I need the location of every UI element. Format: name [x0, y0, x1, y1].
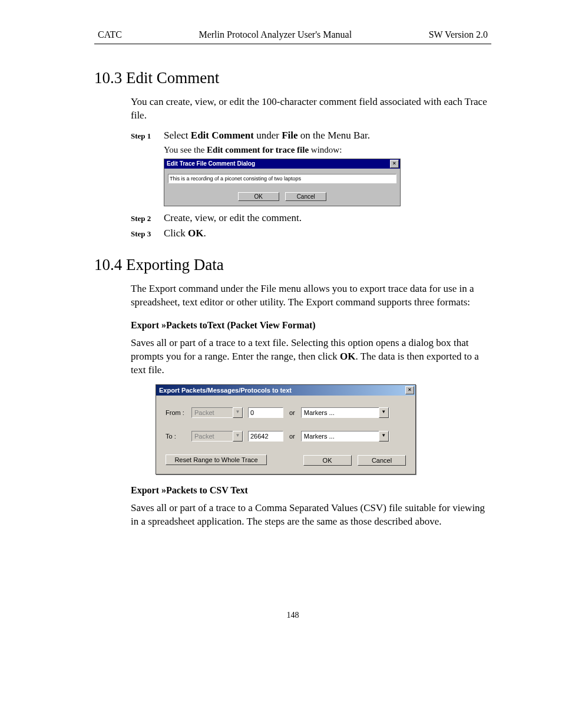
sec103-intro: You can create, view, or edit the 100-ch…	[131, 95, 491, 123]
or-label: or	[289, 433, 295, 440]
from-row: From : Packet ▼ or Markers ... ▼	[166, 407, 406, 418]
step-2-text: Create, view, or edit the comment.	[164, 212, 302, 224]
chevron-down-icon: ▼	[379, 407, 389, 418]
to-markers-combo[interactable]: Markers ... ▼	[301, 431, 389, 442]
cancel-button[interactable]: Cancel	[358, 455, 406, 466]
step-2-label: Step 2	[131, 214, 164, 223]
chevron-down-icon: ▼	[233, 407, 243, 418]
to-type-combo[interactable]: Packet ▼	[191, 431, 243, 442]
dialog-titlebar: Edit Trace File Comment Dialog ×	[164, 159, 400, 169]
header-right: SW Version 2.0	[429, 29, 488, 40]
header-center: Merlin Protocol Analyzer User's Manual	[199, 29, 352, 40]
ok-button[interactable]: OK	[238, 192, 279, 201]
step-1-label: Step 1	[131, 131, 164, 141]
step-3-label: Step 3	[131, 229, 164, 239]
export-text-paragraph: Saves all or part of a trace to a text f…	[131, 337, 491, 377]
dialog-title: Export Packets/Messages/Protocols to tex…	[159, 387, 292, 394]
dialog-title: Edit Trace File Comment Dialog	[167, 160, 255, 167]
page-header: CATC Merlin Protocol Analyzer User's Man…	[94, 29, 491, 44]
export-csv-subhead: Export »Packets to CSV Text	[131, 485, 491, 496]
chevron-down-icon: ▼	[379, 431, 389, 442]
header-left: CATC	[98, 29, 122, 40]
close-icon[interactable]: ×	[390, 160, 399, 168]
or-label: or	[289, 409, 295, 416]
from-label: From :	[166, 409, 191, 416]
dialog-titlebar: Export Packets/Messages/Protocols to tex…	[156, 385, 415, 396]
step-3: Step 3 Click OK.	[131, 228, 491, 239]
step-1-text: Select Edit Comment under File on the Me…	[164, 130, 370, 141]
from-type-combo[interactable]: Packet ▼	[191, 407, 243, 418]
to-row: To : Packet ▼ or Markers ... ▼	[166, 431, 406, 442]
to-label: To :	[166, 433, 191, 440]
export-csv-paragraph: Saves all or part of a trace to a Comma …	[131, 502, 491, 529]
sec104-intro: The Export command under the File menu a…	[131, 282, 491, 309]
step-2: Step 2 Create, view, or edit the comment…	[131, 212, 491, 224]
export-text-subhead: Export »Packets toText (Packet View Form…	[131, 320, 491, 331]
close-icon[interactable]: ×	[405, 386, 414, 394]
section-10-3-heading: 10.3 Edit Comment	[94, 69, 491, 87]
from-markers-combo[interactable]: Markers ... ▼	[301, 407, 389, 418]
reset-range-button[interactable]: Reset Range to Whole Trace	[166, 454, 267, 465]
page-number: 148	[94, 611, 491, 620]
from-value-input[interactable]	[248, 407, 283, 418]
chevron-down-icon: ▼	[233, 431, 243, 442]
section-10-4-heading: 10.4 Exporting Data	[94, 256, 491, 274]
step-1: Step 1 Select Edit Comment under File on…	[131, 130, 491, 141]
step-1-subtext: You see the Edit comment for trace file …	[164, 145, 491, 155]
export-packets-dialog: Export Packets/Messages/Protocols to tex…	[156, 384, 416, 475]
to-value-input[interactable]	[248, 431, 283, 442]
step-3-text: Click OK.	[164, 228, 206, 239]
cancel-button[interactable]: Cancel	[285, 192, 326, 201]
ok-button[interactable]: OK	[303, 455, 352, 466]
edit-comment-dialog: Edit Trace File Comment Dialog × OK Canc…	[164, 159, 401, 206]
comment-input[interactable]	[168, 174, 396, 183]
